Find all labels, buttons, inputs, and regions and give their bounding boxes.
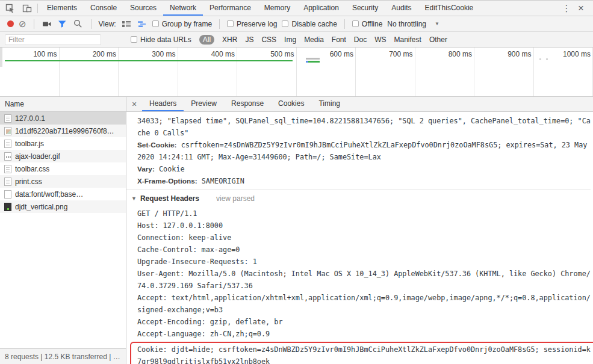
response-header: X-Frame-Options: SAMEORIGIN (137, 175, 591, 187)
request-name: toolbar.js (15, 140, 44, 148)
cookie-highlight-box: Cookie: djdt=hide; csrftoken=z4sDnWBZDz5… (130, 342, 593, 364)
preserve-log-checkbox[interactable]: Preserve log (227, 20, 277, 28)
timeline-tick-label: 800 ms (415, 48, 475, 96)
divider (34, 19, 34, 29)
resource-type-filter[interactable]: CSS (261, 35, 276, 44)
resource-type-filter[interactable]: Manifest (394, 35, 421, 44)
large-rows-icon[interactable] (121, 19, 132, 29)
resource-type-filter[interactable]: Other (429, 35, 447, 44)
details-tab[interactable]: Preview (184, 97, 224, 111)
timeline-tick-label: 700 ms (356, 48, 415, 96)
resource-type-filter[interactable]: WS (374, 35, 386, 44)
request-header-line: Accept-Encoding: gzip, deflate, br (137, 316, 591, 328)
close-panel-icon[interactable]: × (126, 97, 142, 111)
throttling-value: No throttling (387, 20, 426, 28)
request-row[interactable]: toolbar.css (0, 162, 126, 175)
header-name: Vary: (137, 165, 155, 173)
section-divider (126, 189, 591, 190)
resource-type-filter[interactable]: JS (245, 35, 253, 44)
request-row[interactable]: ajax-loader.gif (0, 150, 126, 162)
timeline-overview[interactable]: 100 ms200 ms300 ms400 ms500 ms600 ms700 … (0, 48, 593, 97)
resource-type-filter[interactable]: Img (284, 35, 296, 44)
checkbox-icon[interactable] (152, 20, 159, 27)
disable-cache-checkbox[interactable]: Disable cache (282, 20, 337, 28)
search-icon[interactable] (73, 19, 84, 29)
device-toolbar-icon[interactable] (22, 3, 33, 14)
resource-type-filter[interactable]: Doc (354, 35, 367, 44)
waterfall-icon[interactable] (137, 19, 147, 29)
request-row[interactable]: djdt_vertical.png (0, 200, 126, 213)
close-devtools-icon[interactable]: × (575, 2, 587, 14)
request-header-line: Upgrade-Insecure-Requests: 1 (137, 256, 591, 268)
filter-input[interactable] (5, 34, 101, 45)
devtools-window: ElementsConsoleSourcesNetworkPerformance… (0, 0, 593, 364)
request-row[interactable]: data:font/woff;base… (0, 188, 126, 200)
checkbox-icon[interactable] (352, 20, 359, 27)
request-row[interactable]: print.css (0, 175, 126, 188)
capture-screenshots-icon[interactable] (42, 19, 52, 29)
request-name: ajax-loader.gif (15, 152, 60, 161)
divider (91, 19, 92, 29)
main-tab[interactable]: Memory (258, 1, 297, 16)
divider (219, 19, 220, 29)
main-tab[interactable]: Performance (203, 1, 258, 16)
header-value: SAMEORIGIN (202, 177, 244, 185)
resource-type-filter[interactable]: All (199, 35, 214, 45)
checkbox-icon[interactable] (131, 36, 137, 43)
overview-drag-handle[interactable] (0, 48, 2, 67)
timeline-tick-label: 600 ms (297, 48, 356, 96)
request-name: data:font/woff;base… (15, 190, 83, 199)
request-header-line: User-Agent: Mozilla/5.0 (Macintosh; Inte… (137, 268, 591, 292)
timeline-tick-label: 1000 ms (534, 48, 593, 96)
view-parsed-link[interactable]: view parsed (216, 193, 255, 205)
resource-type-filter[interactable]: Media (304, 35, 324, 44)
devtools-tabbar: ElementsConsoleSourcesNetworkPerformance… (0, 1, 593, 16)
details-tab[interactable]: Headers (142, 97, 184, 111)
throttling-dropdown[interactable]: No throttling ▼ (387, 20, 439, 28)
request-name: 1d1df6220ab711e9996760f8… (15, 127, 114, 135)
request-headers-title: Request Headers (140, 193, 199, 205)
checkbox-icon[interactable] (227, 20, 234, 27)
request-name: print.css (15, 177, 42, 186)
details-tab[interactable]: Cookies (271, 97, 311, 111)
request-row[interactable]: 1d1df6220ab711e9996760f8… (0, 125, 126, 137)
offline-checkbox[interactable]: Offline (352, 20, 382, 28)
resource-type-filter[interactable]: Font (332, 35, 346, 44)
main-tab[interactable]: Application (297, 1, 346, 16)
clear-icon[interactable]: ⊘ (19, 19, 26, 28)
main-tab[interactable]: Sources (123, 1, 163, 16)
disable-cache-label: Disable cache (291, 20, 337, 28)
name-column-header[interactable]: Name (0, 97, 126, 112)
inspect-element-icon[interactable] (5, 3, 16, 14)
record-icon[interactable] (7, 20, 14, 27)
chevron-down-icon: ▼ (435, 21, 439, 26)
group-by-frame-checkbox[interactable]: Group by frame (152, 20, 212, 28)
more-options-icon[interactable]: ⋮ (560, 3, 573, 14)
headers-content[interactable]: 34033; "Elapsed time", SQLPanel_sql_time… (126, 112, 593, 364)
main-tab[interactable]: Console (84, 1, 123, 16)
request-row[interactable]: toolbar.js (0, 137, 126, 150)
details-tab[interactable]: Response (224, 97, 271, 111)
main-tab[interactable]: Network (163, 1, 203, 16)
file-type-icon (4, 190, 11, 199)
resource-type-filter[interactable]: XHR (222, 35, 237, 44)
collapse-triangle-icon[interactable]: ▼ (131, 193, 137, 205)
filter-icon[interactable] (57, 19, 68, 29)
main-tab[interactable]: Security (346, 1, 385, 16)
hide-data-urls-checkbox[interactable]: Hide data URLs (131, 35, 191, 44)
file-type-icon (4, 177, 11, 186)
checkbox-icon[interactable] (282, 20, 288, 27)
main-tab[interactable]: Audits (385, 1, 418, 16)
overview-request-bar-green (306, 61, 320, 63)
filter-bar: Hide data URLs AllXHRJSCSSImgMediaFontDo… (0, 32, 593, 48)
view-label: View: (99, 20, 116, 28)
request-row[interactable]: 127.0.0.1 (0, 112, 126, 125)
request-headers-raw: GET / HTTP/1.1Host: 127.0.0.1:8000Connec… (137, 208, 591, 340)
request-header-line: Cache-Control: max-age=0 (137, 244, 591, 256)
details-tab[interactable]: Timing (311, 97, 347, 111)
response-header: Vary: Cookie (137, 163, 591, 175)
main-tab[interactable]: Elements (40, 1, 84, 16)
network-toolbar: ⊘ View: Group by frame Preserve log (0, 16, 593, 32)
timeline-tick-label: 200 ms (60, 48, 119, 96)
main-tab[interactable]: EditThisCookie (418, 1, 480, 16)
